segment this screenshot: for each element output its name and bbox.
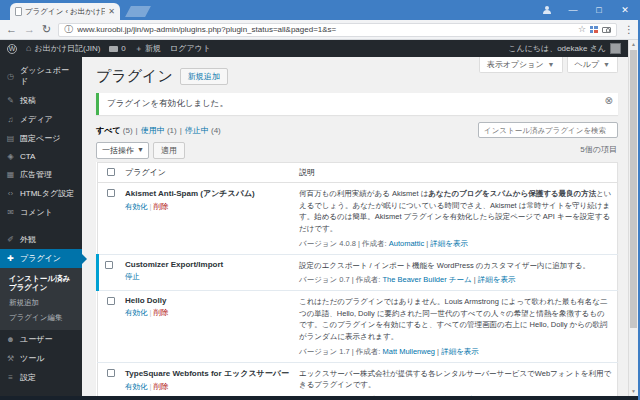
sidebar-subitem-1[interactable]: 新規追加	[0, 296, 82, 311]
forward-icon[interactable]: →	[24, 24, 35, 35]
row-checkbox[interactable]	[107, 189, 115, 197]
sidebar-subitem-0[interactable]: インストール済みプラグイン	[0, 271, 82, 296]
page-scrollbar[interactable]: ▲ ▼	[628, 40, 638, 396]
scrollbar-thumb[interactable]	[630, 50, 637, 328]
sidebar-item-label: メディア	[20, 114, 53, 125]
apply-button[interactable]: 適用	[153, 142, 185, 159]
details-link[interactable]: 詳細を表示	[430, 239, 468, 248]
sidebar-item-cta[interactable]: ◈CTA	[0, 148, 82, 165]
sidebar-item-settings[interactable]: ≡設定	[0, 368, 82, 387]
sidebar-item-appearance[interactable]: ✐外観	[0, 230, 82, 249]
sidebar-item-pages[interactable]: ▤固定ページ	[0, 129, 82, 148]
screen-meta: 表示オプション ▼ ヘルプ ▼	[479, 57, 618, 73]
bookmark-star-icon[interactable]: ☆	[578, 25, 586, 34]
filter-1[interactable]: 使用中 (1)	[141, 126, 177, 135]
extension-icon[interactable]	[590, 26, 598, 34]
logout-label: ログアウト	[170, 43, 211, 54]
admin-bar-site[interactable]: ⌂ お出かけ日記(JIN)	[26, 43, 100, 54]
users-icon: ☻	[6, 335, 15, 344]
author-link[interactable]: Automattic	[389, 239, 424, 248]
filter-count: (1)	[167, 126, 177, 135]
delete-link[interactable]: 削除	[153, 308, 168, 317]
bulk-action-select[interactable]: 一括操作 ▼	[96, 142, 149, 159]
details-link[interactable]: 詳細を表示	[441, 347, 479, 356]
admin-bar-new[interactable]: ＋ 新規	[135, 43, 161, 54]
search-input[interactable]	[478, 122, 618, 138]
browser-tab[interactable]: プラグイン ‹ お出かけ日記(JI ✕	[10, 3, 120, 20]
activate-link[interactable]: 有効化	[125, 382, 148, 391]
browser-window: プラグイン ‹ お出かけ日記(JI ✕ — □ ✕ ← → ↻ ⓘ www.ku…	[0, 0, 640, 400]
column-header-plugin: プラグイン	[120, 163, 294, 183]
description-text: これはただのプラグインではありません。Louis Armstrong によって歌…	[299, 297, 608, 341]
sidebar-item-ads[interactable]: ▦広告管理	[0, 165, 82, 184]
sidebar-item-label: ユーザー	[20, 334, 52, 345]
screen-options-button[interactable]: 表示オプション ▼	[479, 57, 563, 73]
plugin-row: Hello Dolly有効化|削除これはただのプラグインではありません。Loui…	[98, 291, 618, 363]
activate-link[interactable]: 有効化	[125, 308, 148, 317]
wp-logo[interactable]: W	[7, 44, 17, 54]
sidebar-item-html-tags[interactable]: ‹›HTMLタグ設定	[0, 184, 82, 203]
row-name-cell: Hello Dolly有効化|削除	[120, 291, 294, 363]
delete-link[interactable]: 削除	[153, 382, 168, 391]
author-link[interactable]: The Beaver Builder チーム	[382, 275, 471, 284]
tab-title: プラグイン ‹ お出かけ日記(JI	[25, 7, 105, 17]
sidebar-item-media[interactable]: ♫メディア	[0, 110, 82, 129]
delete-link[interactable]: 削除	[153, 202, 168, 211]
filter-2[interactable]: 停止中 (4)	[185, 126, 221, 135]
sidebar-item-label: CTA	[20, 152, 35, 161]
description-text: エックスサーバー株式会社が提供する各レンタルサーバーサービスでWebフォントを利…	[299, 369, 611, 390]
scroll-up-icon[interactable]: ▲	[629, 40, 638, 49]
minimize-button[interactable]: —	[560, 0, 586, 20]
row-checkbox[interactable]	[107, 297, 115, 305]
tab-close-icon[interactable]: ✕	[108, 7, 115, 16]
tools-icon: ⚒	[6, 354, 15, 363]
browser-menu-icon[interactable]: ⋮	[624, 25, 634, 35]
sidebar-item-posts[interactable]: ✎投稿	[0, 91, 82, 110]
admin-bar-comments[interactable]: 0	[109, 44, 125, 53]
sidebar-item-label: 広告管理	[20, 169, 52, 180]
admin-bar-logout[interactable]: ログアウト	[170, 43, 211, 54]
sidebar-item-users[interactable]: ☻ユーザー	[0, 330, 82, 349]
sidebar-item-label: 設定	[20, 372, 36, 383]
sidebar-item-tools[interactable]: ⚒ツール	[0, 349, 82, 368]
sidebar-item-plugins[interactable]: ✚プラグイン	[0, 249, 82, 268]
row-checkbox[interactable]	[105, 261, 113, 269]
details-link[interactable]: 詳細を表示	[478, 275, 516, 284]
site-name: お出かけ日記(JIN)	[34, 43, 100, 54]
items-count: 5個の項目	[580, 144, 617, 155]
sidebar-item-comments[interactable]: ✉コメント	[0, 203, 82, 222]
help-label: ヘルプ	[575, 59, 600, 70]
help-button[interactable]: ヘルプ ▼	[567, 57, 619, 73]
author-link[interactable]: Matt Mullenweg	[382, 347, 435, 356]
maximize-button[interactable]: □	[586, 0, 612, 20]
new-tab-button[interactable]	[125, 6, 151, 17]
row-check-cell	[98, 183, 121, 255]
deactivate-link[interactable]: 停止	[125, 272, 140, 281]
dismiss-notice-icon[interactable]: ⊗	[605, 96, 613, 106]
author-label: 作成者:	[362, 239, 389, 248]
row-checkbox[interactable]	[107, 369, 115, 377]
close-button[interactable]: ✕	[612, 0, 638, 20]
add-new-button[interactable]: 新規追加	[180, 68, 228, 85]
sidebar-subitem-2[interactable]: プラグイン編集	[0, 310, 82, 325]
home-icon: ⌂	[26, 44, 31, 53]
greeting-text[interactable]: こんにちは、odekake さん	[508, 43, 606, 54]
filter-0[interactable]: すべて (5)	[96, 126, 133, 135]
media-icon: ♫	[6, 115, 15, 124]
select-all-checkbox[interactable]	[107, 168, 115, 176]
back-icon[interactable]: ←	[6, 24, 17, 35]
reload-icon[interactable]: ↻	[42, 24, 51, 35]
address-bar[interactable]: ⓘ www.kuroobi.jp/jin/wp-admin/plugins.ph…	[58, 23, 617, 37]
info-icon[interactable]: ⓘ	[64, 25, 73, 34]
sidebar-item-label: HTMLタグ設定	[20, 188, 74, 199]
profile-button[interactable]	[534, 0, 560, 20]
activate-link[interactable]: 有効化	[125, 202, 148, 211]
scroll-down-icon[interactable]: ▼	[629, 387, 638, 396]
pages-icon: ▤	[6, 134, 15, 143]
settings-icon: ≡	[6, 373, 15, 382]
camera-icon[interactable]	[602, 27, 611, 33]
sidebar-item-label: 投稿	[20, 95, 36, 106]
sidebar-item-dashboard[interactable]: ◷ダッシュボード	[0, 61, 82, 91]
avatar	[610, 43, 621, 54]
row-actions: 有効化|削除	[125, 382, 289, 392]
